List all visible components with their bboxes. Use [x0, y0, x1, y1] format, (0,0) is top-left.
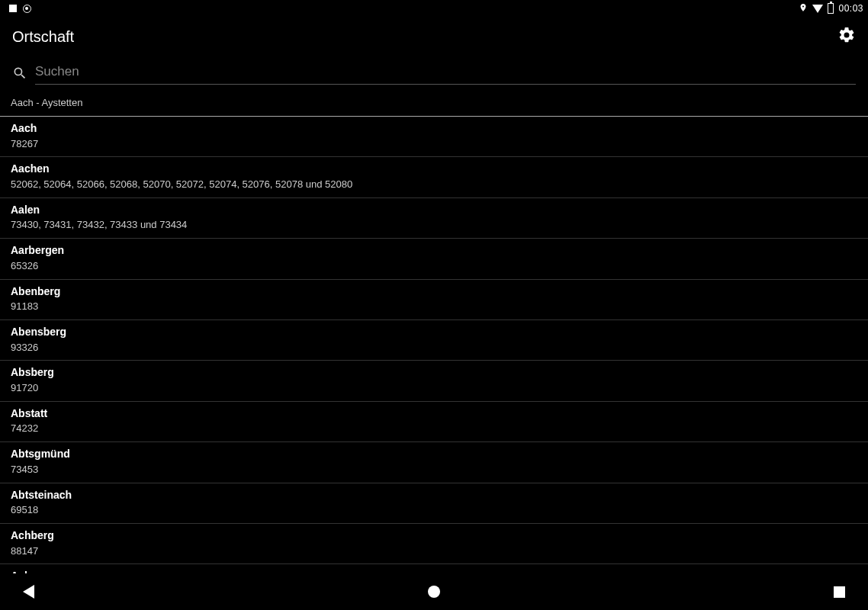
locality-name: Aalen	[11, 203, 857, 218]
list-item[interactable]: Abensberg93326	[0, 320, 868, 361]
locality-name: Abstatt	[11, 406, 857, 422]
locality-postal-codes: 91720	[11, 380, 857, 396]
list-item[interactable]: Absberg91720	[0, 361, 868, 401]
notification-icon-2	[23, 5, 31, 13]
locality-name: Achberg	[11, 528, 857, 544]
locality-name: Abensberg	[11, 325, 857, 340]
locality-postal-codes: 73430, 73431, 73432, 73433 und 73434	[11, 217, 857, 233]
clock: 00:03	[838, 3, 863, 14]
list-item[interactable]: Aach78267	[0, 117, 868, 157]
search-icon	[12, 66, 27, 84]
locality-name: Aarbergen	[11, 243, 857, 258]
status-left	[5, 5, 31, 13]
locality-name: Abtsgmünd	[11, 447, 857, 462]
search-input[interactable]	[35, 64, 197, 79]
locality-postal-codes: 73453	[11, 462, 857, 478]
locality-postal-codes: 52062, 52064, 52066, 52068, 52070, 52072…	[11, 177, 857, 193]
locality-postal-codes: 88147	[11, 544, 857, 560]
locality-list[interactable]: Aach78267Aachen52062, 52064, 52066, 5206…	[0, 117, 868, 573]
page-title: Ortschaft	[12, 28, 74, 46]
locality-name: Abtsteinach	[11, 488, 857, 503]
battery-icon	[828, 3, 834, 14]
locality-name: Aachen	[11, 162, 857, 177]
locality-postal-codes: 65326	[11, 258, 857, 274]
locality-postal-codes: 91183	[11, 299, 857, 315]
locality-name: Absberg	[11, 365, 857, 380]
locality-postal-codes: 78267	[11, 136, 857, 152]
recent-apps-button[interactable]	[834, 586, 845, 598]
navigation-bar	[0, 573, 868, 610]
home-button[interactable]	[428, 586, 440, 598]
list-item[interactable]: Abtsteinach69518	[0, 483, 868, 524]
list-item[interactable]: Abtsgmünd73453	[0, 442, 868, 483]
locality-postal-codes: 69518	[11, 502, 857, 518]
back-button[interactable]	[23, 585, 34, 599]
list-item[interactable]: Achberg88147	[0, 524, 868, 564]
locality-name: Aach	[11, 121, 857, 136]
locality-name: Abenberg	[11, 284, 857, 300]
location-icon	[799, 2, 808, 15]
notification-icon	[9, 5, 17, 12]
section-header: Aach - Aystetten	[0, 89, 868, 117]
app-bar: Ortschaft	[0, 17, 868, 56]
list-item[interactable]: Achern77855	[0, 564, 868, 573]
settings-button[interactable]	[837, 26, 856, 47]
content-area: Aach - Aystetten Aach78267Aachen52062, 5…	[0, 56, 868, 573]
list-item[interactable]: Aachen52062, 52064, 52066, 52068, 52070,…	[0, 157, 868, 197]
status-right: 00:03	[799, 2, 863, 15]
locality-postal-codes: 93326	[11, 340, 857, 356]
wifi-icon	[812, 5, 823, 13]
gear-icon	[837, 26, 856, 44]
locality-postal-codes: 74232	[11, 421, 857, 437]
list-item[interactable]: Aalen73430, 73431, 73432, 73433 und 7343…	[0, 198, 868, 239]
list-item[interactable]: Aarbergen65326	[0, 239, 868, 279]
search-container	[0, 56, 868, 89]
status-bar: 00:03	[0, 0, 868, 17]
list-item[interactable]: Abenberg91183	[0, 280, 868, 320]
list-item[interactable]: Abstatt74232	[0, 402, 868, 442]
